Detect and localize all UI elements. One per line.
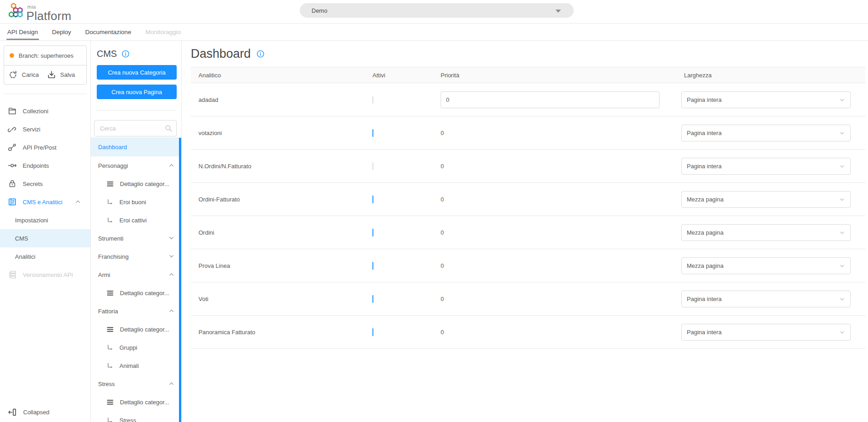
cms-tree: DashboardPersonaggiDettaglio categor...E… <box>91 137 181 422</box>
tree-child-armi-dettaglio-categor[interactable]: Dettaglio categor... <box>91 284 181 302</box>
tree-child-stress-dettaglio-categor[interactable]: Dettaglio categor... <box>91 393 181 411</box>
column-header-priorita: Priorità <box>441 72 681 79</box>
active-cell <box>372 163 441 170</box>
sidebar-item-api-pre-post[interactable]: API Pre/Post <box>0 138 90 156</box>
tree-item-dashboard[interactable]: Dashboard <box>91 137 181 156</box>
select-chevron-icon <box>839 97 845 103</box>
analytic-name: Ordini-Fatturato <box>191 196 372 203</box>
width-select[interactable]: Pagina intera <box>681 324 851 341</box>
branch-actions: Carica Salva <box>4 65 86 84</box>
tree-item-armi[interactable]: Armi <box>91 266 181 284</box>
sidebar-item-analitici[interactable]: Analitici <box>0 247 90 266</box>
tab-documentazione[interactable]: Documentazione <box>85 24 131 40</box>
tree-item-strumenti[interactable]: Strumenti <box>91 229 181 247</box>
width-select[interactable]: Pagina intera <box>681 158 851 175</box>
active-checkbox[interactable] <box>372 129 373 137</box>
width-select[interactable]: Mezza pagina <box>681 191 851 208</box>
select-chevron-icon <box>839 263 845 269</box>
select-chevron-icon <box>839 296 845 302</box>
analytic-name: votazioni <box>191 130 372 136</box>
tree-item-label: Eroi buoni <box>119 199 146 206</box>
search-box <box>94 120 177 136</box>
tree-child-stress-stress[interactable]: Stress <box>91 411 181 422</box>
create-page-button[interactable]: Crea nuova Pagina <box>97 85 177 99</box>
lock-icon <box>8 179 17 188</box>
info-icon[interactable] <box>122 50 129 58</box>
tree-item-franchising[interactable]: Franchising <box>91 247 181 266</box>
sidebar-item-label: Analitici <box>15 253 35 260</box>
sidebar-item-label: Impostazioni <box>15 217 48 224</box>
page-title: Dashboard <box>191 47 251 61</box>
load-button[interactable]: Carica <box>8 70 39 80</box>
tree-child-personaggi-eroi-cattivi[interactable]: Eroi cattivi <box>91 211 181 229</box>
select-chevron-icon <box>839 329 845 336</box>
sidebar-item-impostazioni[interactable]: Impostazioni <box>0 211 90 229</box>
sidebar-divider <box>4 94 87 94</box>
width-select[interactable]: Pagina intera <box>681 91 851 108</box>
page-header: Dashboard <box>191 41 865 61</box>
tree-item-label: Stress <box>98 381 115 387</box>
endpoint-icon <box>8 161 17 170</box>
width-select[interactable]: Mezza pagina <box>681 224 851 241</box>
tab-deploy[interactable]: Deploy <box>52 24 71 40</box>
analytic-name: N.Ordini/N.Fatturato <box>191 163 372 170</box>
project-selector[interactable]: Demo <box>300 3 574 18</box>
priority-input[interactable] <box>441 91 660 108</box>
sidebar-item-secrets[interactable]: Secrets <box>0 175 90 193</box>
sidebar: Branch: superheroes Carica Salva Collezi… <box>0 41 91 422</box>
corner-icon <box>106 362 114 369</box>
active-checkbox[interactable] <box>372 196 373 203</box>
width-cell: Mezza pagina <box>681 257 865 274</box>
tree-child-fattoria-gruppi[interactable]: Gruppi <box>91 338 181 357</box>
save-button[interactable]: Salva <box>47 70 75 80</box>
search-input[interactable] <box>94 120 177 136</box>
select-chevron-icon <box>839 230 845 236</box>
tree-item-label: Dettaglio categor... <box>120 290 169 296</box>
branch-selector[interactable]: Branch: superheroes <box>4 46 86 65</box>
tree-child-fattoria-animali[interactable]: Animali <box>91 357 181 375</box>
sidebar-item-cms[interactable]: CMS <box>0 229 90 247</box>
sidebar-item-collezioni[interactable]: Collezioni <box>0 102 90 120</box>
priority-value: 0 <box>441 229 444 236</box>
active-checkbox[interactable] <box>372 162 373 170</box>
priority-cell: 0 <box>441 196 681 203</box>
tree-scrollbar[interactable] <box>179 138 181 422</box>
priority-cell: 0 <box>441 329 681 336</box>
collapse-sidebar-button[interactable]: Collapsed <box>0 402 90 422</box>
load-button-label: Carica <box>22 71 39 78</box>
active-checkbox[interactable] <box>372 295 373 303</box>
active-checkbox[interactable] <box>372 96 373 104</box>
collapse-label: Collapsed <box>23 409 50 416</box>
width-select[interactable]: Pagina intera <box>681 125 851 141</box>
info-icon[interactable] <box>257 50 264 58</box>
table-row-prova-linea: Prova Linea0Mezza pagina <box>191 249 865 282</box>
save-button-label: Salva <box>60 71 75 78</box>
tree-item-personaggi[interactable]: Personaggi <box>91 156 181 175</box>
active-checkbox[interactable] <box>372 262 373 270</box>
tree-child-personaggi-dettaglio-categor[interactable]: Dettaglio categor... <box>91 175 181 193</box>
sidebar-item-cms-e-analitici[interactable]: CMS e Analitici <box>0 193 90 211</box>
tab-monitoraggio[interactable]: Monitoraggio <box>145 24 181 40</box>
active-checkbox[interactable] <box>372 229 373 236</box>
priority-cell: 0 <box>441 296 681 302</box>
tree-child-fattoria-dettaglio-categor[interactable]: Dettaglio categor... <box>91 320 181 338</box>
active-checkbox[interactable] <box>372 328 373 336</box>
tree-item-fattoria[interactable]: Fattoria <box>91 302 181 320</box>
corner-icon <box>106 216 114 224</box>
sidebar-item-versionamento-api: Versionamento API <box>0 266 90 284</box>
priority-value: 0 <box>441 296 444 302</box>
sidebar-item-endpoints[interactable]: Endpoints <box>0 156 90 175</box>
width-select[interactable]: Mezza pagina <box>681 257 851 274</box>
width-select-value: Pagina intera <box>687 130 722 136</box>
width-cell: Mezza pagina <box>681 191 865 208</box>
sidebar-item-servizi[interactable]: Servizi <box>0 120 90 138</box>
create-category-button[interactable]: Crea nuova Categoria <box>97 65 177 80</box>
table-header: Analitico Attivi Priorità Larghezza <box>191 67 865 83</box>
tree-item-stress[interactable]: Stress <box>91 375 181 393</box>
tree-child-personaggi-eroi-buoni[interactable]: Eroi buoni <box>91 193 181 211</box>
priority-cell: 0 <box>441 229 681 236</box>
sidebar-nav: CollezioniServiziAPI Pre/PostEndpointsSe… <box>0 102 90 284</box>
analytic-name: Voti <box>191 296 372 302</box>
tab-api-design[interactable]: API Design <box>7 24 38 40</box>
width-select[interactable]: Pagina intera <box>681 291 851 307</box>
